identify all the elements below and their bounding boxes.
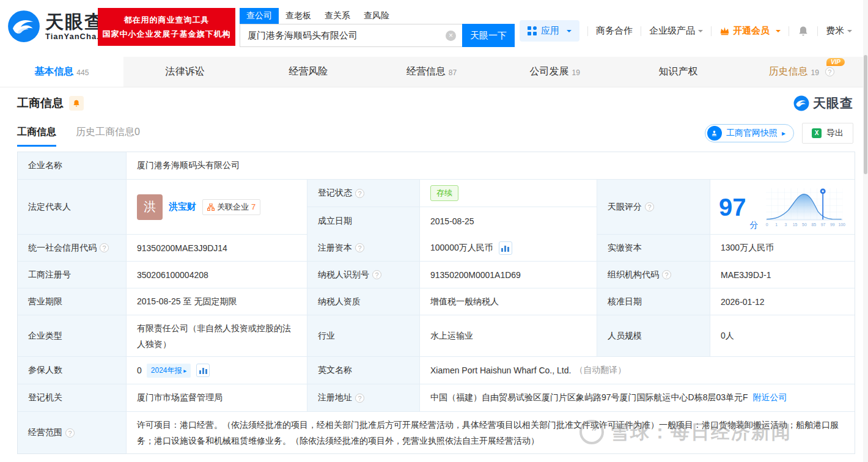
field-label-score: 天眼评分 [597,180,710,235]
field-label-legal-rep: 法定代表人 [18,180,127,235]
search-area: 查公司 查老板 查关系 查风险 天眼一下 [240,7,515,47]
vip-badge: VIP [826,58,845,66]
tab-operation-info[interactable]: 经营信息 87 [370,57,493,87]
score-distribution-chart: 0 1 3 15 50 85 97 99 100 [765,185,845,229]
search-tab-relation[interactable]: 查关系 [318,8,357,24]
score-number: 97 [719,195,746,219]
field-value-establish-date: 2015-08-25 [420,207,597,235]
field-label-company-type: 企业类型 [18,315,127,357]
field-value-reg-address: 中国（福建）自由贸易试验区厦门片区象屿路97号厦门国际航运中心D栋8层03单元F… [420,384,855,412]
auto-translate-note: （自动翻译） [575,365,626,376]
tab-history-info[interactable]: 历史信息 19 VIP [740,57,863,87]
search-input[interactable] [240,24,462,47]
section-title-row: 工商信息 [17,95,84,111]
tab-legal[interactable]: 法律诉讼 [123,57,247,87]
field-label-business-term: 营业期限 [18,288,127,315]
help-icon[interactable] [355,243,364,252]
legal-rep-avatar[interactable]: 洪 [137,194,163,220]
divider [587,26,588,36]
divider [817,26,818,36]
subscribe-bell-button[interactable] [69,96,84,111]
tianyancha-logo-icon [7,10,40,43]
nav-enterprise[interactable]: 企业级产品 [649,25,703,37]
notification-bell-icon[interactable] [797,25,809,37]
chevron-down-icon [776,30,781,35]
help-icon[interactable] [662,270,671,279]
page: 天眼查 TianYanCha.com 都在用的商业查询工具 国家中小企业发展子基… [0,0,868,462]
svg-text:50: 50 [802,222,807,226]
field-label-reg-number: 工商注册号 [18,262,127,288]
field-value-insured-count: 0 2024年报 [127,357,307,384]
official-snapshot-button[interactable]: 工商官网快照 [705,124,794,142]
field-value-taxpayer-id: 91350200M0001A1D69 [420,262,597,288]
svg-text:85: 85 [811,222,816,226]
tab-operation-risk[interactable]: 经营风险 [246,57,370,87]
slogan-banner: 都在用的商业查询工具 国家中小企业发展子基金旗下机构 [98,8,235,46]
subtab-business-info[interactable]: 工商信息 [17,126,56,147]
field-label-paid-capital: 实缴资本 [597,235,710,262]
tab-company-development[interactable]: 公司发展 19 [493,57,617,87]
nav-apps[interactable]: 应用 [520,20,579,42]
field-value-paid-capital: 1300万人民币 [710,235,855,262]
apps-grid-icon [528,26,537,35]
slogan-line1: 都在用的商业查询工具 [124,15,210,26]
export-button[interactable]: 导出 [802,123,853,144]
field-label-reg-status: 登记状态 [307,180,420,207]
annual-report-badge[interactable]: 2024年报 [147,364,191,378]
field-value-reg-status: 存续 [420,180,597,207]
business-info-table: 企业名称 厦门港务海顺码头有限公司 法定代表人 洪 洪宝财 [17,152,855,454]
nav-cooperation[interactable]: 商务合作 [596,25,633,37]
help-icon[interactable] [825,67,834,76]
svg-text:0: 0 [765,222,768,226]
section-subtabs: 工商信息 历史工商信息0 [17,126,140,147]
related-companies-badge[interactable]: 关联企业 7 [202,199,260,215]
tab-basic-info[interactable]: 基本信息 445 [0,57,123,87]
status-badge: 存续 [430,185,458,201]
field-value-org-code: MAE3J9DJ-1 [710,262,855,288]
search-tabs: 查公司 查老板 查关系 查风险 [240,7,515,24]
field-value-approval-date: 2026-01-12 [710,288,855,315]
field-value-business-scope: 许可项目：港口经营。（依法须经批准的项目，经相关部门批准后方可开展经营活动，具体… [127,412,855,453]
score-unit: 分 [750,220,759,231]
help-icon[interactable] [372,270,381,279]
nav-open-vip[interactable]: 开通会员 [719,25,781,37]
scrollbar-thumb[interactable] [864,55,867,174]
nav-user[interactable]: 费米 [826,25,852,37]
search-tab-company[interactable]: 查公司 [240,8,279,24]
section-action-buttons: 工商官网快照 导出 [705,123,853,144]
scrollbar-track[interactable] [863,0,868,462]
subtab-history-business-info[interactable]: 历史工商信息0 [76,126,140,147]
clear-search-icon[interactable] [446,31,456,41]
svg-text:1: 1 [775,222,778,226]
tab-intellectual-property[interactable]: 知识产权 [617,57,740,87]
stamp-icon [707,126,722,141]
field-label-approval-date: 核准日期 [597,288,710,315]
svg-text:97: 97 [820,222,825,226]
help-icon[interactable] [65,428,75,438]
field-value-score: 97 分 [710,180,855,235]
field-label-taxpayer-id: 纳税人识别号 [307,262,420,288]
field-label-staff-size: 人员规模 [597,315,710,357]
field-value-english-name: Xiamen Port Haishun Wharf Co., Ltd. （自动翻… [420,357,855,384]
section-watermark-logo: 天眼查 [793,95,853,112]
insured-chart-icon[interactable] [196,364,210,377]
help-icon[interactable] [100,243,109,252]
field-label-reg-capital: 注册资本 [307,235,420,262]
search-tab-risk[interactable]: 查风险 [357,8,396,24]
bell-icon [72,99,81,108]
excel-icon [812,128,822,138]
search-button[interactable]: 天眼一下 [462,24,515,47]
search-tab-boss[interactable]: 查老板 [279,8,318,24]
field-label-company-name: 企业名称 [18,152,127,180]
legal-rep-name-link[interactable]: 洪宝财 [169,201,196,213]
help-icon[interactable] [355,189,364,198]
field-value-reg-capital: 100000万人民币 [420,235,597,262]
header: 天眼查 TianYanCha.com 都在用的商业查询工具 国家中小企业发展子基… [0,0,863,57]
help-icon[interactable] [645,202,654,211]
field-value-credit-code: 91350200MAE3J9DJ14 [127,235,307,262]
help-icon[interactable] [355,394,364,403]
nearby-companies-link[interactable]: 附近公司 [753,392,787,403]
field-value-business-term: 2015-08-25 至 无固定期限 [127,288,307,315]
capital-chart-icon[interactable] [499,241,512,255]
chevron-down-icon [567,30,572,35]
